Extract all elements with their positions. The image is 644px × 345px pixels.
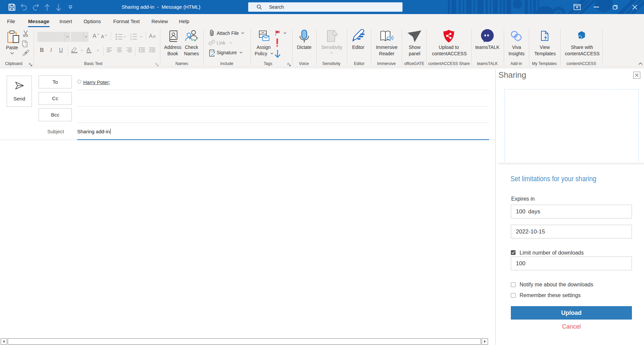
svg-text:1: 1 bbox=[130, 33, 131, 36]
svg-text:2: 2 bbox=[130, 36, 131, 38]
svg-text:3: 3 bbox=[130, 38, 131, 40]
svg-text:A: A bbox=[149, 33, 153, 39]
